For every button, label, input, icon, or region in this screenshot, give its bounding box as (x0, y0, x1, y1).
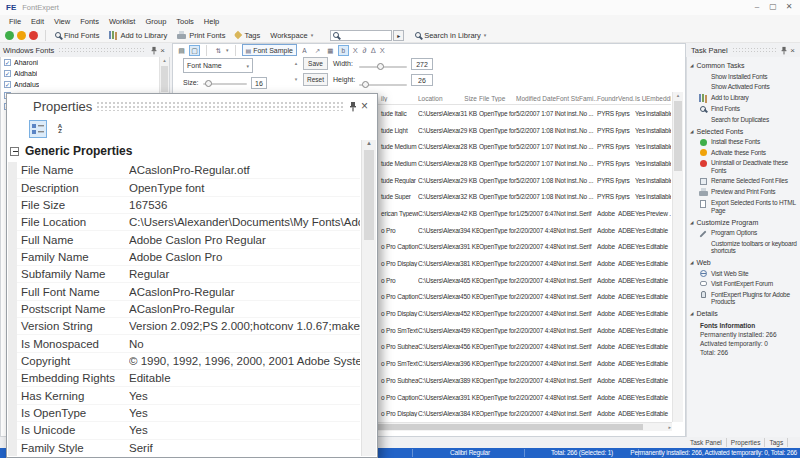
property-row[interactable]: File NameACaslonPro-Regular.otf (8, 162, 360, 179)
print-fonts-button[interactable]: Print Fonts (172, 29, 230, 42)
slider-thumb[interactable] (205, 80, 212, 87)
drag-grip[interactable] (96, 101, 344, 111)
font-table-row[interactable]: o ProC:\Users\Alexan...465 KBOpenType fo… (345, 272, 671, 289)
task-item-add-to-library[interactable]: Add to Library (687, 92, 800, 104)
menu-item-edit[interactable]: Edit (26, 17, 49, 26)
save-button[interactable]: Save (303, 57, 328, 70)
task-section-web[interactable]: ◢Web (687, 256, 800, 268)
menu-item-worklist[interactable]: Worklist (104, 17, 141, 26)
find-fonts-button[interactable]: Find Fonts (50, 29, 104, 42)
dock-tab-task-panel[interactable]: Task Panel (686, 438, 727, 447)
task-item-export-selected-fonts-to-html-page[interactable]: Export Selected Fonts to HTML Page (687, 198, 800, 216)
property-row[interactable]: Is UnicodeYes (8, 422, 360, 439)
character-button[interactable]: ∆ (369, 46, 378, 55)
width-slider[interactable] (359, 66, 407, 68)
property-row[interactable]: Embedding RightsEditable (8, 370, 360, 387)
column-header-foundry[interactable]: Foundry (597, 95, 618, 102)
font-table-row[interactable]: tude RegularC:\Users\Alexan...29 KBOpenT… (345, 172, 671, 189)
font-table-row[interactable]: o Pro DisplayC:\Users\Alexan...452 KBOpe… (345, 305, 671, 322)
font-list-item[interactable]: ✓Aharoni (1, 57, 169, 68)
height-value[interactable]: 26 (411, 74, 433, 86)
categorized-view-button[interactable] (29, 120, 47, 138)
property-row[interactable]: Family NameAdobe Caslon Pro (8, 249, 360, 266)
column-header-vend[interactable]: Vend... (618, 95, 635, 102)
bold-sample-button[interactable]: b (338, 45, 349, 56)
close-icon[interactable]: × (358, 99, 371, 113)
task-item-preview-and-print-fonts[interactable]: Preview and Print Fonts (687, 186, 800, 198)
character-button[interactable]: X (351, 46, 360, 55)
task-item-visit-fontexpert-forum[interactable]: Visit FontExpert Forum (687, 279, 800, 290)
font-table-row[interactable]: o Pro SubheadC:\Users\Alexan...456 KBOpe… (345, 339, 671, 356)
property-row[interactable]: File LocationC:\Users\Alexander\Document… (8, 214, 360, 231)
menu-item-file[interactable]: File (4, 17, 26, 26)
close-icon[interactable]: × (788, 46, 797, 55)
font-sample-button[interactable]: ▤ Font Sample (242, 44, 297, 56)
font-table-row[interactable]: tude Medium ItalicC:\Users\Alexan...28 K… (345, 155, 671, 172)
uninstall-fonts-icon[interactable] (29, 31, 38, 40)
property-row[interactable]: DescriptionOpenType font (8, 179, 360, 196)
sort-icon[interactable]: ⇅ (213, 45, 224, 56)
scroll-right-icon[interactable]: ▸ (668, 424, 671, 430)
slider-thumb[interactable] (377, 63, 384, 70)
size-value[interactable]: 16 (251, 77, 267, 89)
font-list-item[interactable]: ✓Andalus (1, 79, 169, 90)
font-list-item[interactable]: ✓Aldhabi (1, 68, 169, 79)
drag-grip[interactable] (58, 47, 146, 53)
task-item-search-for-duplicates[interactable]: Search for Duplicates (687, 114, 800, 125)
sample-view-icon[interactable]: ▢ (189, 45, 200, 56)
font-table-row[interactable]: o Pro SmTextC:\Users\Alexan...396 KBOpen… (345, 355, 671, 372)
font-table-row[interactable]: o Pro SmTextC:\Users\Alexan...459 KBOpen… (345, 322, 671, 339)
font-table-row[interactable]: tude ItalicC:\Users\Alexan...31 KBOpenTy… (345, 105, 671, 122)
size-slider[interactable] (203, 83, 247, 85)
property-row[interactable]: Is MonospacedNo (8, 335, 360, 352)
scrollbar-thumb[interactable] (364, 150, 374, 240)
property-row[interactable]: Copyright© 1990, 1992, 1996, 2000, 2001 … (8, 353, 360, 370)
property-row[interactable]: Full Font NameACaslonPro-Regular (8, 283, 360, 300)
character-button[interactable]: ∂ (360, 46, 369, 55)
task-item-install-these-fonts[interactable]: Install these Fonts (687, 137, 800, 148)
task-item-rename-selected-font-files[interactable]: Rename Selected Font Files (687, 176, 800, 187)
character-button[interactable]: X (378, 46, 387, 55)
drag-grip[interactable] (732, 47, 777, 53)
task-section-details[interactable]: ◢Details (687, 307, 800, 319)
property-row[interactable]: Version StringVersion 2.092;PS 2.000;hot… (8, 318, 360, 335)
column-header-fami[interactable]: Fami... (579, 95, 597, 102)
property-row[interactable]: Is OpenTypeYes (8, 405, 360, 422)
property-row[interactable]: File Size167536 (8, 197, 360, 214)
font-table-row[interactable]: o Pro CaptionC:\Users\Alexan...391 KBOpe… (345, 239, 671, 256)
task-item-show-installed-fonts[interactable]: Show Installed Fonts (687, 71, 800, 82)
font-table-row[interactable]: o ProC:\Users\Alexan...394 KBOpenType fo… (345, 222, 671, 239)
spin-up-icon[interactable]: ▴ (292, 60, 300, 66)
task-item-show-activated-fonts[interactable]: Show Activated Fonts (687, 82, 800, 93)
property-row[interactable]: Subfamily NameRegular (8, 266, 360, 283)
reset-button[interactable]: Reset (303, 73, 328, 86)
pin-icon[interactable] (780, 46, 788, 55)
checkbox-checked-icon[interactable]: ✓ (4, 70, 11, 77)
collapse-icon[interactable] (10, 147, 19, 156)
font-table-row[interactable]: o Pro DisplayC:\Users\Alexan...384 KBOpe… (345, 405, 671, 422)
add-to-library-button[interactable]: Add to Library (104, 29, 172, 42)
scrollbar-thumb[interactable] (674, 101, 682, 171)
search-go-button[interactable]: ▸ (393, 30, 404, 41)
property-row[interactable]: Has KerningYes (8, 387, 360, 404)
column-header-location[interactable]: Location (418, 95, 460, 102)
table-hscrollbar[interactable]: ◂ ▸ (345, 422, 672, 431)
install-fonts-icon[interactable] (5, 31, 14, 40)
task-item-uninstall-or-deactivate-these-fonts[interactable]: Uninstall or Deactivate these Fonts (687, 158, 800, 176)
checkbox-checked-icon[interactable]: ✓ (4, 59, 11, 66)
column-header-embedding[interactable]: Embedding (646, 95, 671, 102)
font-table-row[interactable]: o Pro CaptionC:\Users\Alexan...391 KBOpe… (345, 389, 671, 406)
scrollbar-thumb[interactable] (353, 424, 643, 430)
pin-icon[interactable] (150, 46, 158, 55)
workspace-button[interactable]: Workspace▾ (265, 29, 318, 42)
pin-icon[interactable] (348, 101, 358, 112)
close-button[interactable]: ✕ (782, 2, 796, 11)
dock-tab-tags[interactable]: Tags (765, 438, 788, 447)
task-section-customize-program[interactable]: ◢Customize Program (687, 216, 800, 228)
properties-scrollbar[interactable]: ▲ (361, 140, 376, 456)
maximize-button[interactable]: ▢ (766, 2, 780, 11)
task-section-common-tasks[interactable]: ◢Common Tasks (687, 59, 800, 71)
menu-item-group[interactable]: Group (140, 17, 171, 26)
menu-item-tools[interactable]: Tools (171, 17, 199, 26)
property-row[interactable]: Full NameAdobe Caslon Pro Regular (8, 231, 360, 248)
